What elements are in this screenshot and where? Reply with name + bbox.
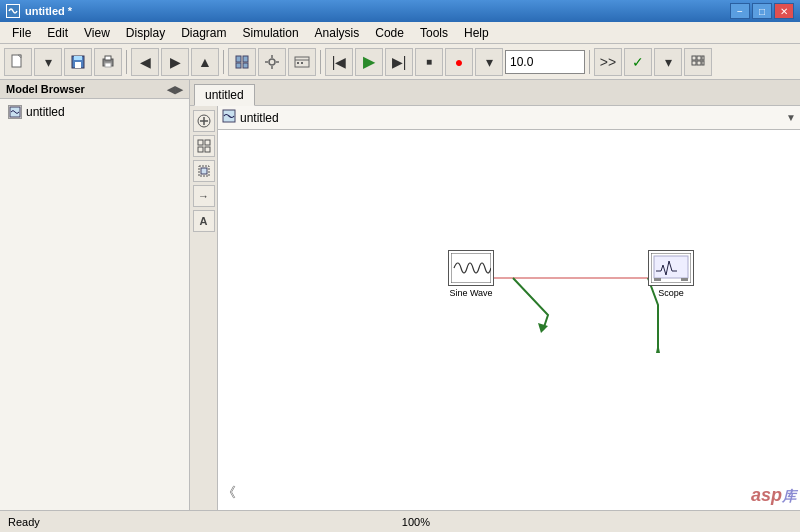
menu-diagram[interactable]: Diagram <box>173 24 234 42</box>
address-path: untitled <box>240 111 782 125</box>
scope-block[interactable] <box>648 250 694 286</box>
svg-rect-33 <box>201 168 207 174</box>
collapse-canvas-button[interactable]: 《 <box>222 484 236 502</box>
svg-marker-36 <box>538 323 548 333</box>
browser-item-label: untitled <box>26 105 65 119</box>
scope-label: Scope <box>658 288 684 298</box>
minimize-button[interactable]: − <box>730 3 750 19</box>
canvas-zoom-fit-button[interactable] <box>193 135 215 157</box>
canvas-area: untitled → A <box>190 80 800 510</box>
svg-rect-19 <box>697 56 701 60</box>
stop-button[interactable]: ■ <box>415 48 443 76</box>
diagram-svg <box>218 130 800 510</box>
browser-title: Model Browser <box>6 83 85 95</box>
sine-wave-block[interactable] <box>448 250 494 286</box>
svg-rect-12 <box>243 63 248 68</box>
record-button[interactable]: ● <box>445 48 473 76</box>
browser-content: untitled <box>0 99 189 510</box>
canvas-container: → A untitled ▼ <box>190 106 800 510</box>
sine-wave-block-container: Sine Wave <box>448 250 494 298</box>
run-button[interactable]: ▶ <box>355 48 383 76</box>
record-dropdown[interactable]: ▾ <box>475 48 503 76</box>
step-fwd-button[interactable]: ▶| <box>385 48 413 76</box>
svg-marker-37 <box>656 343 660 353</box>
svg-rect-28 <box>198 140 203 145</box>
app-icon <box>6 4 20 18</box>
collapse-browser-button[interactable]: ◀▶ <box>167 84 183 95</box>
back-button[interactable]: ◀ <box>131 48 159 76</box>
svg-rect-10 <box>243 56 248 62</box>
window-controls: − □ ✕ <box>730 3 794 19</box>
menu-simulation[interactable]: Simulation <box>235 24 307 42</box>
svg-rect-11 <box>236 63 241 68</box>
model-browser: Model Browser ◀▶ untitled <box>0 80 190 510</box>
sep4 <box>589 50 590 74</box>
menu-code[interactable]: Code <box>367 24 412 42</box>
status-bar: Ready 100% <box>0 510 800 532</box>
svg-point-13 <box>269 59 275 65</box>
menu-display[interactable]: Display <box>118 24 173 42</box>
model-config-button[interactable] <box>288 48 316 76</box>
browser-header: Model Browser ◀▶ <box>0 80 189 99</box>
menu-edit[interactable]: Edit <box>39 24 76 42</box>
watermark: asp库 <box>751 485 796 506</box>
canvas-arrow-button[interactable]: → <box>193 185 215 207</box>
right-panel: untitled ▼ <box>218 106 800 510</box>
canvas-add-button[interactable] <box>193 110 215 132</box>
canvas-toolbar: → A <box>190 106 218 510</box>
menu-analysis[interactable]: Analysis <box>307 24 368 42</box>
tab-bar: untitled <box>190 80 800 106</box>
browser-item-untitled[interactable]: untitled <box>4 103 185 121</box>
new-button[interactable] <box>4 48 32 76</box>
save-button[interactable] <box>64 48 92 76</box>
svg-rect-17 <box>301 62 303 64</box>
address-dropdown-button[interactable]: ▼ <box>786 112 796 123</box>
svg-rect-21 <box>697 61 701 65</box>
model-icon <box>8 105 22 119</box>
up-button[interactable]: ▲ <box>191 48 219 76</box>
svg-rect-30 <box>198 147 203 152</box>
settings-button[interactable] <box>258 48 286 76</box>
zoom-level: 100% <box>402 516 430 528</box>
check-dropdown[interactable]: ▾ <box>654 48 682 76</box>
canvas-fit-selection-button[interactable] <box>193 160 215 182</box>
toolbar-dropdown1[interactable]: ▾ <box>34 48 62 76</box>
close-button[interactable]: ✕ <box>774 3 794 19</box>
menu-file[interactable]: File <box>4 24 39 42</box>
sep3 <box>320 50 321 74</box>
step-back-button[interactable]: |◀ <box>325 48 353 76</box>
grid-button[interactable] <box>684 48 712 76</box>
status-text: Ready <box>8 516 40 528</box>
print-button[interactable] <box>94 48 122 76</box>
svg-rect-9 <box>236 56 241 62</box>
tab-untitled[interactable]: untitled <box>194 84 255 106</box>
svg-rect-7 <box>105 56 111 60</box>
nav-right-button[interactable]: >> <box>594 48 622 76</box>
sim-time-input[interactable] <box>505 50 585 74</box>
svg-rect-5 <box>74 56 82 60</box>
svg-rect-16 <box>297 62 299 64</box>
library-button[interactable] <box>228 48 256 76</box>
svg-rect-4 <box>75 62 81 68</box>
menu-bar: File Edit View Display Diagram Simulatio… <box>0 22 800 44</box>
sine-wave-label: Sine Wave <box>449 288 492 298</box>
svg-rect-23 <box>702 61 704 65</box>
scope-block-container: Scope <box>648 250 694 298</box>
sep2 <box>223 50 224 74</box>
menu-tools[interactable]: Tools <box>412 24 456 42</box>
toolbar: ▾ ◀ ▶ ▲ |◀ ▶ ▶| ■ ● ▾ >> ✓ ▾ <box>0 44 800 80</box>
maximize-button[interactable]: □ <box>752 3 772 19</box>
menu-view[interactable]: View <box>76 24 118 42</box>
canvas-text-button[interactable]: A <box>193 210 215 232</box>
forward-button[interactable]: ▶ <box>161 48 189 76</box>
title-bar: untitled * − □ ✕ <box>0 0 800 22</box>
svg-rect-41 <box>654 278 661 281</box>
address-model-icon <box>222 109 236 126</box>
svg-rect-8 <box>105 63 111 67</box>
menu-help[interactable]: Help <box>456 24 497 42</box>
svg-rect-22 <box>702 56 704 60</box>
check-button[interactable]: ✓ <box>624 48 652 76</box>
svg-rect-20 <box>692 61 696 65</box>
svg-rect-18 <box>692 56 696 60</box>
diagram-area[interactable]: Sine Wave <box>218 130 800 510</box>
